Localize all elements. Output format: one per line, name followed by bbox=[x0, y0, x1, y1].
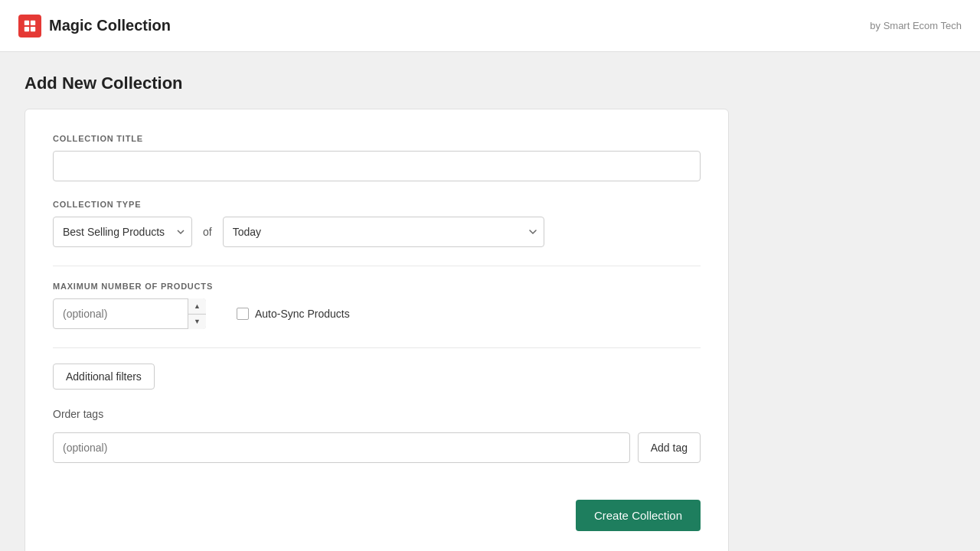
svg-rect-1 bbox=[31, 20, 35, 24]
order-tags-row: Add tag bbox=[53, 432, 701, 463]
collection-type-section: COLLECTION TYPE Best Selling Products Ne… bbox=[53, 200, 701, 247]
period-select[interactable]: Today Last 7 Days Last 30 Days Last 90 D… bbox=[223, 217, 544, 247]
collection-type-row: Best Selling Products New Arrivals Top R… bbox=[53, 217, 701, 247]
max-products-input[interactable] bbox=[53, 298, 206, 329]
svg-rect-2 bbox=[24, 26, 29, 31]
page-title: Add New Collection bbox=[24, 73, 956, 93]
svg-rect-0 bbox=[24, 20, 29, 24]
spinner-down-button[interactable]: ▼ bbox=[188, 315, 206, 330]
max-products-row: ▲ ▼ Auto-Sync Products bbox=[53, 298, 701, 329]
collection-title-section: COLLECTION TITLE bbox=[53, 134, 701, 181]
collection-type-label: COLLECTION TYPE bbox=[53, 200, 701, 209]
collection-title-label: COLLECTION TITLE bbox=[53, 134, 701, 143]
spinner-wrapper: ▲ ▼ bbox=[53, 298, 206, 329]
form-footer: Create Collection bbox=[53, 481, 701, 531]
app-logo bbox=[18, 15, 41, 37]
additional-filters-button[interactable]: Additional filters bbox=[53, 364, 155, 390]
spinner-buttons: ▲ ▼ bbox=[188, 298, 206, 329]
max-products-section: MAXIMUM NUMBER OF PRODUCTS ▲ ▼ Auto-Sync… bbox=[53, 282, 701, 329]
additional-filters-section: Additional filters bbox=[53, 364, 701, 390]
header-left: Magic Collection bbox=[18, 15, 171, 37]
auto-sync-label[interactable]: Auto-Sync Products bbox=[237, 308, 350, 320]
order-tags-label: Order tags bbox=[53, 408, 701, 420]
auto-sync-checkbox[interactable] bbox=[237, 308, 249, 320]
add-tag-button[interactable]: Add tag bbox=[638, 432, 701, 463]
main-content: Add New Collection COLLECTION TITLE COLL… bbox=[0, 52, 980, 551]
app-header: Magic Collection by Smart Ecom Tech bbox=[0, 0, 980, 52]
order-tags-input[interactable] bbox=[53, 432, 630, 463]
spinner-up-button[interactable]: ▲ bbox=[188, 298, 206, 315]
collection-type-select[interactable]: Best Selling Products New Arrivals Top R… bbox=[53, 217, 192, 247]
create-collection-button[interactable]: Create Collection bbox=[576, 500, 701, 531]
svg-rect-3 bbox=[31, 26, 35, 31]
order-tags-section: Order tags Add tag bbox=[53, 408, 701, 463]
form-card: COLLECTION TITLE COLLECTION TYPE Best Se… bbox=[24, 109, 729, 551]
header-byline: by Smart Ecom Tech bbox=[870, 20, 962, 31]
divider-1 bbox=[53, 266, 701, 266]
of-label: of bbox=[200, 226, 215, 238]
auto-sync-text: Auto-Sync Products bbox=[255, 308, 350, 320]
divider-2 bbox=[53, 347, 701, 348]
max-products-label: MAXIMUM NUMBER OF PRODUCTS bbox=[53, 282, 701, 291]
app-title: Magic Collection bbox=[49, 17, 171, 34]
collection-title-input[interactable] bbox=[53, 151, 701, 181]
